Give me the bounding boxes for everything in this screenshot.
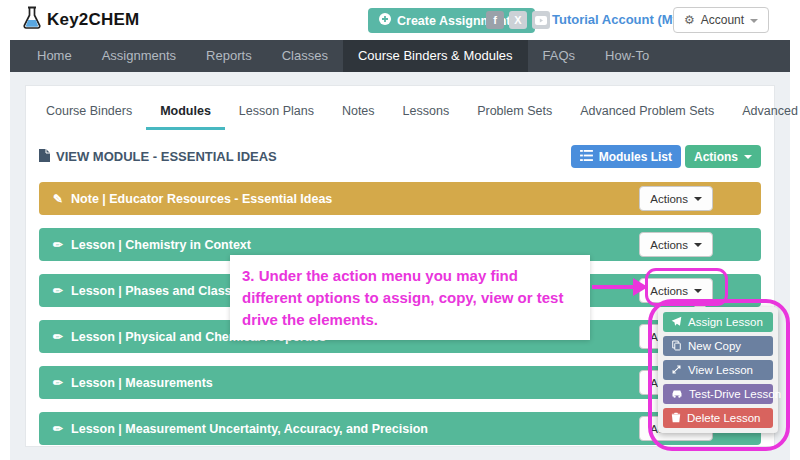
row-actions-button[interactable]: Actions bbox=[639, 232, 713, 257]
top-header: Key2CHEM Create Assignment f X Tutorial … bbox=[0, 0, 800, 40]
tab-course-binders[interactable]: Course Binders bbox=[32, 95, 146, 130]
tab-modules[interactable]: Modules bbox=[146, 95, 225, 130]
menu-item-view-lesson[interactable]: View Lesson bbox=[663, 360, 773, 380]
caret-down-icon bbox=[694, 289, 702, 293]
facebook-icon[interactable]: f bbox=[486, 11, 504, 29]
nav-item-course-binders-modules[interactable]: Course Binders & Modules bbox=[343, 40, 528, 72]
car-icon bbox=[671, 388, 683, 401]
header-buttons: Modules List Actions bbox=[571, 145, 761, 168]
list-icon bbox=[580, 150, 593, 164]
tab-bar: Course Binders Modules Lesson Plans Note… bbox=[26, 86, 774, 130]
tab-lessons[interactable]: Lessons bbox=[389, 95, 464, 130]
menu-item-new-copy[interactable]: New Copy bbox=[663, 336, 773, 356]
row-actions-button[interactable]: Actions bbox=[639, 186, 713, 211]
nav-item-home[interactable]: Home bbox=[22, 40, 87, 72]
pencil-icon: ✏ bbox=[53, 331, 63, 343]
module-row-label: Lesson | Chemistry in Context bbox=[71, 238, 251, 252]
annotation-arrowhead-icon bbox=[633, 278, 648, 296]
brand-name: Key2CHEM bbox=[47, 10, 139, 30]
module-row-lesson[interactable]: ✏ Lesson | Measurement Uncertainty, Accu… bbox=[39, 412, 761, 445]
file-icon bbox=[39, 149, 50, 165]
caret-down-icon bbox=[694, 243, 702, 247]
x-twitter-icon[interactable]: X bbox=[509, 11, 527, 29]
modules-list-button[interactable]: Modules List bbox=[571, 145, 681, 168]
module-row-note[interactable]: ✎ Note | Educator Resources - Essential … bbox=[39, 182, 761, 215]
pencil-icon: ✏ bbox=[53, 239, 63, 251]
account-button[interactable]: ⚙ Account bbox=[673, 7, 769, 33]
caret-down-icon bbox=[750, 19, 758, 23]
tab-lesson-plans[interactable]: Lesson Plans bbox=[225, 95, 328, 130]
pencil-icon: ✏ bbox=[53, 285, 63, 297]
tab-notes[interactable]: Notes bbox=[328, 95, 389, 130]
tab-advanced-assignment-creation[interactable]: Advanced Assignment Creation bbox=[728, 95, 800, 130]
module-row-lesson[interactable]: ✏ Lesson | Measurements Actions bbox=[39, 366, 761, 399]
module-view-header: VIEW MODULE - ESSENTIAL IDEAS Modules Li… bbox=[39, 145, 761, 168]
page: Key2CHEM Create Assignment f X Tutorial … bbox=[0, 0, 800, 460]
expand-arrows-icon bbox=[671, 364, 682, 377]
pencil-icon: ✏ bbox=[53, 423, 63, 435]
tutorial-annotation: 3. Under the action menu you may find di… bbox=[230, 255, 590, 340]
plus-circle-icon bbox=[379, 13, 391, 28]
main-navbar: Home Assignments Reports Classes Course … bbox=[10, 40, 790, 72]
pencil-square-icon: ✎ bbox=[53, 193, 63, 205]
social-links: f X bbox=[486, 11, 550, 29]
flask-icon bbox=[22, 6, 42, 34]
menu-item-assign-lesson[interactable]: Assign Lesson bbox=[663, 312, 773, 332]
menu-item-test-drive-lesson[interactable]: Test-Drive Lesson bbox=[663, 384, 773, 404]
menu-item-delete-lesson[interactable]: Delete Lesson bbox=[663, 408, 773, 428]
nav-item-how-to[interactable]: How-To bbox=[590, 40, 664, 72]
tab-advanced-problem-sets[interactable]: Advanced Problem Sets bbox=[566, 95, 728, 130]
paper-plane-icon bbox=[671, 316, 682, 329]
annotation-arrow bbox=[592, 285, 636, 289]
caret-down-icon bbox=[694, 197, 702, 201]
page-title: VIEW MODULE - ESSENTIAL IDEAS bbox=[39, 149, 277, 165]
module-actions-button[interactable]: Actions bbox=[685, 145, 761, 168]
copy-icon bbox=[671, 340, 682, 353]
actions-dropdown-menu: Assign Lesson New Copy View Lesson Test-… bbox=[658, 307, 778, 433]
row-actions-button-highlighted[interactable]: Actions bbox=[639, 278, 713, 303]
pencil-icon: ✏ bbox=[53, 377, 63, 389]
youtube-icon[interactable] bbox=[532, 11, 550, 29]
brand-logo[interactable]: Key2CHEM bbox=[22, 6, 139, 34]
nav-item-assignments[interactable]: Assignments bbox=[87, 40, 191, 72]
module-row-label: Note | Educator Resources - Essential Id… bbox=[71, 192, 332, 206]
caret-down-icon bbox=[744, 155, 752, 159]
nav-item-faqs[interactable]: FAQs bbox=[528, 40, 591, 72]
trash-icon bbox=[671, 412, 681, 425]
module-row-label: Lesson | Measurements bbox=[71, 376, 213, 390]
module-row-label: Lesson | Measurement Uncertainty, Accura… bbox=[71, 422, 428, 436]
nav-item-classes[interactable]: Classes bbox=[267, 40, 343, 72]
nav-item-reports[interactable]: Reports bbox=[191, 40, 267, 72]
gear-icon: ⚙ bbox=[684, 14, 695, 26]
tab-problem-sets[interactable]: Problem Sets bbox=[463, 95, 566, 130]
